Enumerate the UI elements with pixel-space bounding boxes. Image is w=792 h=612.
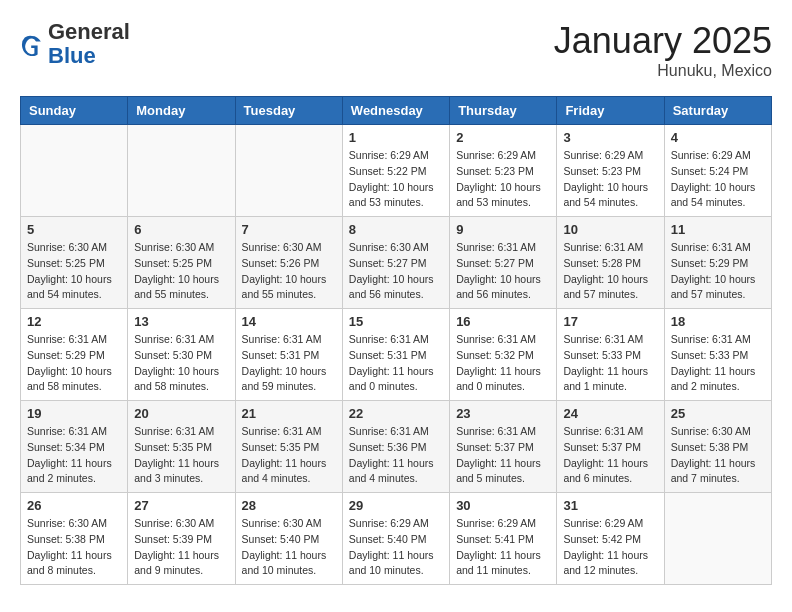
day-info: Sunrise: 6:29 AMSunset: 5:41 PMDaylight:… bbox=[456, 516, 550, 579]
calendar-cell: 30Sunrise: 6:29 AMSunset: 5:41 PMDayligh… bbox=[450, 493, 557, 585]
day-info: Sunrise: 6:31 AMSunset: 5:34 PMDaylight:… bbox=[27, 424, 121, 487]
month-title: January 2025 bbox=[554, 20, 772, 62]
calendar-cell: 26Sunrise: 6:30 AMSunset: 5:38 PMDayligh… bbox=[21, 493, 128, 585]
calendar-cell: 18Sunrise: 6:31 AMSunset: 5:33 PMDayligh… bbox=[664, 309, 771, 401]
day-number: 13 bbox=[134, 314, 228, 329]
day-info: Sunrise: 6:29 AMSunset: 5:42 PMDaylight:… bbox=[563, 516, 657, 579]
calendar-week-row: 12Sunrise: 6:31 AMSunset: 5:29 PMDayligh… bbox=[21, 309, 772, 401]
day-info: Sunrise: 6:30 AMSunset: 5:39 PMDaylight:… bbox=[134, 516, 228, 579]
day-number: 30 bbox=[456, 498, 550, 513]
day-info: Sunrise: 6:31 AMSunset: 5:27 PMDaylight:… bbox=[456, 240, 550, 303]
day-info: Sunrise: 6:29 AMSunset: 5:23 PMDaylight:… bbox=[563, 148, 657, 211]
day-number: 12 bbox=[27, 314, 121, 329]
day-info: Sunrise: 6:31 AMSunset: 5:31 PMDaylight:… bbox=[349, 332, 443, 395]
calendar-cell: 12Sunrise: 6:31 AMSunset: 5:29 PMDayligh… bbox=[21, 309, 128, 401]
calendar-cell: 2Sunrise: 6:29 AMSunset: 5:23 PMDaylight… bbox=[450, 125, 557, 217]
day-info: Sunrise: 6:29 AMSunset: 5:24 PMDaylight:… bbox=[671, 148, 765, 211]
day-number: 17 bbox=[563, 314, 657, 329]
day-info: Sunrise: 6:30 AMSunset: 5:38 PMDaylight:… bbox=[27, 516, 121, 579]
calendar-cell: 14Sunrise: 6:31 AMSunset: 5:31 PMDayligh… bbox=[235, 309, 342, 401]
calendar-cell: 11Sunrise: 6:31 AMSunset: 5:29 PMDayligh… bbox=[664, 217, 771, 309]
calendar-cell: 7Sunrise: 6:30 AMSunset: 5:26 PMDaylight… bbox=[235, 217, 342, 309]
calendar-cell: 15Sunrise: 6:31 AMSunset: 5:31 PMDayligh… bbox=[342, 309, 449, 401]
day-number: 15 bbox=[349, 314, 443, 329]
day-number: 27 bbox=[134, 498, 228, 513]
calendar-cell: 16Sunrise: 6:31 AMSunset: 5:32 PMDayligh… bbox=[450, 309, 557, 401]
day-number: 9 bbox=[456, 222, 550, 237]
calendar: SundayMondayTuesdayWednesdayThursdayFrid… bbox=[20, 96, 772, 585]
day-number: 8 bbox=[349, 222, 443, 237]
calendar-cell bbox=[664, 493, 771, 585]
calendar-week-row: 19Sunrise: 6:31 AMSunset: 5:34 PMDayligh… bbox=[21, 401, 772, 493]
day-info: Sunrise: 6:30 AMSunset: 5:38 PMDaylight:… bbox=[671, 424, 765, 487]
day-number: 18 bbox=[671, 314, 765, 329]
day-info: Sunrise: 6:31 AMSunset: 5:35 PMDaylight:… bbox=[242, 424, 336, 487]
day-info: Sunrise: 6:31 AMSunset: 5:37 PMDaylight:… bbox=[456, 424, 550, 487]
day-info: Sunrise: 6:31 AMSunset: 5:28 PMDaylight:… bbox=[563, 240, 657, 303]
day-number: 2 bbox=[456, 130, 550, 145]
day-info: Sunrise: 6:29 AMSunset: 5:23 PMDaylight:… bbox=[456, 148, 550, 211]
calendar-cell: 21Sunrise: 6:31 AMSunset: 5:35 PMDayligh… bbox=[235, 401, 342, 493]
day-info: Sunrise: 6:30 AMSunset: 5:27 PMDaylight:… bbox=[349, 240, 443, 303]
day-number: 28 bbox=[242, 498, 336, 513]
weekday-header: Saturday bbox=[664, 97, 771, 125]
calendar-cell: 17Sunrise: 6:31 AMSunset: 5:33 PMDayligh… bbox=[557, 309, 664, 401]
day-info: Sunrise: 6:31 AMSunset: 5:29 PMDaylight:… bbox=[27, 332, 121, 395]
day-info: Sunrise: 6:31 AMSunset: 5:36 PMDaylight:… bbox=[349, 424, 443, 487]
weekday-header: Wednesday bbox=[342, 97, 449, 125]
day-info: Sunrise: 6:30 AMSunset: 5:40 PMDaylight:… bbox=[242, 516, 336, 579]
calendar-cell: 23Sunrise: 6:31 AMSunset: 5:37 PMDayligh… bbox=[450, 401, 557, 493]
day-number: 25 bbox=[671, 406, 765, 421]
day-info: Sunrise: 6:31 AMSunset: 5:33 PMDaylight:… bbox=[563, 332, 657, 395]
calendar-cell: 6Sunrise: 6:30 AMSunset: 5:25 PMDaylight… bbox=[128, 217, 235, 309]
calendar-cell: 8Sunrise: 6:30 AMSunset: 5:27 PMDaylight… bbox=[342, 217, 449, 309]
day-number: 10 bbox=[563, 222, 657, 237]
day-info: Sunrise: 6:31 AMSunset: 5:29 PMDaylight:… bbox=[671, 240, 765, 303]
weekday-header: Monday bbox=[128, 97, 235, 125]
day-number: 3 bbox=[563, 130, 657, 145]
day-info: Sunrise: 6:29 AMSunset: 5:40 PMDaylight:… bbox=[349, 516, 443, 579]
day-number: 6 bbox=[134, 222, 228, 237]
day-info: Sunrise: 6:31 AMSunset: 5:32 PMDaylight:… bbox=[456, 332, 550, 395]
weekday-header: Friday bbox=[557, 97, 664, 125]
day-number: 26 bbox=[27, 498, 121, 513]
calendar-cell bbox=[235, 125, 342, 217]
calendar-cell: 1Sunrise: 6:29 AMSunset: 5:22 PMDaylight… bbox=[342, 125, 449, 217]
day-number: 7 bbox=[242, 222, 336, 237]
calendar-week-row: 5Sunrise: 6:30 AMSunset: 5:25 PMDaylight… bbox=[21, 217, 772, 309]
day-info: Sunrise: 6:31 AMSunset: 5:35 PMDaylight:… bbox=[134, 424, 228, 487]
calendar-cell: 5Sunrise: 6:30 AMSunset: 5:25 PMDaylight… bbox=[21, 217, 128, 309]
day-number: 24 bbox=[563, 406, 657, 421]
calendar-cell: 4Sunrise: 6:29 AMSunset: 5:24 PMDaylight… bbox=[664, 125, 771, 217]
calendar-cell: 10Sunrise: 6:31 AMSunset: 5:28 PMDayligh… bbox=[557, 217, 664, 309]
weekday-header: Thursday bbox=[450, 97, 557, 125]
title-block: January 2025 Hunuku, Mexico bbox=[554, 20, 772, 80]
day-number: 20 bbox=[134, 406, 228, 421]
logo-text: General Blue bbox=[48, 20, 130, 68]
calendar-cell: 3Sunrise: 6:29 AMSunset: 5:23 PMDaylight… bbox=[557, 125, 664, 217]
calendar-cell: 27Sunrise: 6:30 AMSunset: 5:39 PMDayligh… bbox=[128, 493, 235, 585]
day-info: Sunrise: 6:30 AMSunset: 5:25 PMDaylight:… bbox=[27, 240, 121, 303]
page-header: General Blue January 2025 Hunuku, Mexico bbox=[20, 20, 772, 80]
weekday-header-row: SundayMondayTuesdayWednesdayThursdayFrid… bbox=[21, 97, 772, 125]
calendar-cell: 20Sunrise: 6:31 AMSunset: 5:35 PMDayligh… bbox=[128, 401, 235, 493]
logo: General Blue bbox=[20, 20, 130, 68]
day-number: 19 bbox=[27, 406, 121, 421]
calendar-cell: 28Sunrise: 6:30 AMSunset: 5:40 PMDayligh… bbox=[235, 493, 342, 585]
day-number: 23 bbox=[456, 406, 550, 421]
calendar-cell: 31Sunrise: 6:29 AMSunset: 5:42 PMDayligh… bbox=[557, 493, 664, 585]
day-number: 5 bbox=[27, 222, 121, 237]
day-info: Sunrise: 6:31 AMSunset: 5:33 PMDaylight:… bbox=[671, 332, 765, 395]
day-number: 16 bbox=[456, 314, 550, 329]
weekday-header: Sunday bbox=[21, 97, 128, 125]
calendar-cell: 9Sunrise: 6:31 AMSunset: 5:27 PMDaylight… bbox=[450, 217, 557, 309]
day-info: Sunrise: 6:30 AMSunset: 5:25 PMDaylight:… bbox=[134, 240, 228, 303]
day-number: 11 bbox=[671, 222, 765, 237]
calendar-cell: 29Sunrise: 6:29 AMSunset: 5:40 PMDayligh… bbox=[342, 493, 449, 585]
day-number: 22 bbox=[349, 406, 443, 421]
calendar-cell: 25Sunrise: 6:30 AMSunset: 5:38 PMDayligh… bbox=[664, 401, 771, 493]
calendar-cell bbox=[128, 125, 235, 217]
day-number: 29 bbox=[349, 498, 443, 513]
day-number: 31 bbox=[563, 498, 657, 513]
day-number: 4 bbox=[671, 130, 765, 145]
